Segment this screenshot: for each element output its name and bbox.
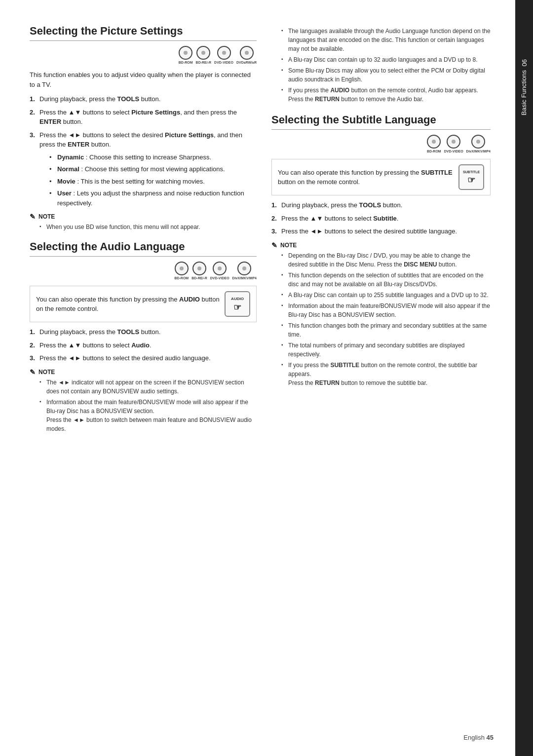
subtitle-note-title: ✎ NOTE [271,241,491,249]
audio-note-2: Information about the main feature/BONUS… [39,398,257,433]
option-user: User : Lets you adjust the sharpness and… [49,189,257,208]
subtitle-note: ✎ NOTE Depending on the Blu-ray Disc / D… [271,241,491,387]
disc-icons-subtitle: BD-ROM DVD-VIDEO DivX/MKV/MP4 [271,135,491,153]
section-subtitle-language: Selecting the Subtitle Language BD-ROM D… [271,113,491,387]
subtitle-note-7: If you press the SUBTITLE button on the … [281,361,491,387]
disc-bd-rom-s: BD-ROM [427,135,441,153]
disc-bd-re-r-a: BD-RE/-R [191,262,207,280]
disc-circle [447,135,460,149]
disc-dvd-video-s: DVD-VIDEO [444,135,463,153]
disc-divx-s: DivX/MKV/MP4 [466,135,491,153]
section-audio-language: Selecting the Audio Language BD-ROM BD-R… [30,240,257,433]
disc-circle [217,46,231,60]
subtitle-button-label: SUBTITLE [463,170,480,175]
subtitle-note-list: Depending on the Blu-ray Disc / DVD, you… [281,251,491,387]
note-item: When you use BD wise function, this menu… [39,223,257,231]
subtitle-note-2: This function depends on the selection o… [281,271,491,289]
hand-icon: ☞ [233,303,241,312]
audio-lang-note-list: The languages available through the Audi… [281,27,491,104]
disc-circle [237,262,251,275]
audio-step-1: 1. During playback, press the TOOLS butt… [30,327,257,337]
right-column: The languages available through the Audi… [271,25,491,731]
main-content: Selecting the Picture Settings BD-ROM BD… [0,0,515,756]
audio-button-label: AUDIO [231,296,244,302]
audio-remote-button: AUDIO ☞ [225,291,250,317]
option-dynamic: Dynamic : Choose this setting to increas… [49,152,257,162]
step-2: 2. Press the ▲▼ buttons to select Pictur… [30,108,257,127]
disc-icons-audio: BD-ROM BD-RE/-R DVD-VIDEO DivX/MKV/MP4 [30,262,257,280]
picture-options: Dynamic : Choose this setting to increas… [49,152,257,208]
side-tab: 06 Basic Functions [515,0,533,756]
page-number: 45 [487,734,494,741]
disc-icons-picture: BD-ROM BD-RE/-R DVD-VIDEO DVD±RW/±R [30,46,257,64]
disc-circle [213,262,227,275]
disc-dvd-video-a: DVD-VIDEO [210,262,229,280]
disc-circle [240,46,254,60]
subtitle-function-box: You can also operate this function by pr… [271,159,491,195]
picture-settings-title: Selecting the Picture Settings [30,25,257,41]
note-icon: ✎ [30,213,36,221]
page-footer: English 45 [463,734,494,741]
chapter-number: 06 [521,59,528,66]
audio-lang-note-2: A Blu-ray Disc can contain up to 32 audi… [281,55,491,64]
audio-steps: 1. During playback, press the TOOLS butt… [30,327,257,363]
subtitle-function-box-text: You can also operate this function by pr… [278,168,454,187]
audio-step-3: 3. Press the ◄► buttons to select the de… [30,353,257,363]
subtitle-language-title: Selecting the Subtitle Language [271,113,491,130]
disc-bd-rom: BD-ROM [179,46,193,64]
subtitle-step-1: 1. During playback, press the TOOLS butt… [271,200,491,210]
chapter-label: Basic Functions [520,70,529,115]
hand-icon-subtitle: ☞ [467,176,475,185]
note-icon-audio: ✎ [30,368,36,376]
audio-step-2: 2. Press the ▲▼ buttons to select Audio. [30,340,257,350]
disc-circle [192,262,206,275]
disc-circle [427,135,441,149]
audio-lang-note-1: The languages available through the Audi… [281,27,491,53]
audio-lang-notes: The languages available through the Audi… [271,27,491,104]
subtitle-step-2: 2. Press the ▲▼ buttons to select Subtit… [271,214,491,224]
audio-lang-note-4: If you press the AUDIO button on the rem… [281,86,491,104]
subtitle-step-3: 3. Press the ◄► buttons to select the de… [271,227,491,236]
picture-intro: This function enables you to adjust vide… [30,70,257,89]
subtitle-remote-button: SUBTITLE ☞ [458,164,484,190]
audio-note: ✎ NOTE The ◄► indicator will not appear … [30,368,257,433]
step-3: 3. Press the ◄► buttons to select the de… [30,130,257,208]
audio-note-title: ✎ NOTE [30,368,257,376]
disc-circle [175,262,189,275]
subtitle-steps: 1. During playback, press the TOOLS butt… [271,200,491,236]
subtitle-note-4: Information about the main feature/BONUS… [281,302,491,319]
disc-dvd-rw: DVD±RW/±R [236,46,257,64]
option-normal: Normal : Choose this setting for most vi… [49,164,257,174]
section-picture-settings: Selecting the Picture Settings BD-ROM BD… [30,25,257,231]
disc-circle [179,46,192,60]
picture-steps: 1. During playback, press the TOOLS butt… [30,94,257,208]
disc-circle [471,135,485,149]
step-1: 1. During playback, press the TOOLS butt… [30,94,257,104]
subtitle-note-6: The total numbers of primary and seconda… [281,341,491,359]
note-icon-subtitle: ✎ [271,241,277,249]
audio-note-list: The ◄► indicator will not appear on the … [39,378,257,433]
subtitle-note-5: This function changes both the primary a… [281,321,491,339]
disc-bd-rom-a: BD-ROM [174,262,189,280]
audio-function-box: You can also operate this function by pr… [30,286,257,322]
language-label: English [463,734,485,741]
audio-language-title: Selecting the Audio Language [30,240,257,257]
function-box-text: You can also operate this function by pr… [36,295,220,314]
disc-dvd-video: DVD-VIDEO [214,46,233,64]
note-list: When you use BD wise function, this menu… [39,223,257,231]
option-movie: Movie : This is the best setting for wat… [49,177,257,187]
audio-note-1: The ◄► indicator will not appear on the … [39,378,257,396]
disc-bd-re-r: BD-RE/-R [196,46,212,64]
subtitle-note-3: A Blu-ray Disc can contain up to 255 sub… [281,291,491,300]
disc-circle [196,46,210,60]
subtitle-note-1: Depending on the Blu-ray Disc / DVD, you… [281,251,491,269]
audio-lang-note-3: Some Blu-ray Discs may allow you to sele… [281,66,491,84]
picture-note: ✎ NOTE When you use BD wise function, th… [30,213,257,231]
left-column: Selecting the Picture Settings BD-ROM BD… [30,25,257,731]
disc-divx-a: DivX/MKV/MP4 [232,262,257,280]
note-title: ✎ NOTE [30,213,257,221]
page: 06 Basic Functions Selecting the Picture… [0,0,533,756]
